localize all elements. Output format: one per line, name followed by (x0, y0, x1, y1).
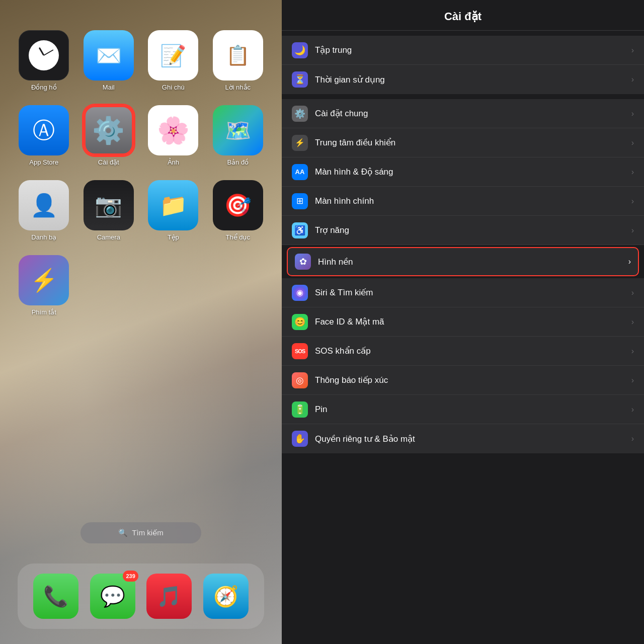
settings-row-wallpaper[interactable]: ✿ Hình nền › (287, 247, 639, 276)
wallpaper-icon: ✿ (295, 254, 311, 270)
app-clock[interactable]: Đồng hồ (14, 30, 74, 91)
settings-row-battery[interactable]: 🔋 Pin › (282, 395, 644, 424)
face-icon: 😊 (294, 316, 305, 328)
focus-chevron: › (631, 46, 634, 55)
privacy-icon: ✋ (292, 431, 308, 447)
dock-messages[interactable]: 💬 239 (90, 574, 135, 619)
faceid-icon: 😊 (292, 314, 308, 330)
app-shortcuts[interactable]: ⚡ Phím tắt (14, 255, 74, 316)
faceid-label: Face ID & Mật mã (315, 316, 624, 327)
settings-group-focus: 🌙 Tập trung › ⏳ Thời gian sử dụng › (282, 36, 644, 94)
app-grid: Đồng hồ ✉️ Mail 📝 Ghi chú 📋 Lời nhắc Ⓐ (0, 20, 282, 326)
settings-row-faceid[interactable]: 😊 Face ID & Mật mã › (282, 307, 644, 337)
sos-icon: SOS (292, 343, 308, 359)
screentime-icon: ⏳ (292, 71, 308, 88)
sos-label: SOS khẩn cấp (315, 346, 624, 356)
settings-row-homescreen[interactable]: ⊞ Màn hình chính › (282, 187, 644, 216)
search-icon: 🔍 (118, 528, 128, 537)
display-chevron: › (631, 168, 634, 177)
dock: 📞 💬 239 🎵 🧭 (18, 564, 264, 629)
app-camera[interactable]: 📷 Camera (79, 180, 139, 241)
battery-chevron: › (631, 405, 634, 414)
app-mail-label: Mail (103, 84, 115, 91)
homescreen-label: Màn hình chính (315, 196, 624, 206)
app-fitness-label: Thể dục (225, 233, 250, 241)
app-appstore[interactable]: Ⓐ App Store (14, 105, 74, 166)
app-files[interactable]: 📁 Tệp (143, 180, 203, 241)
general-label: Cài đặt chung (315, 108, 624, 119)
app-photos[interactable]: 🌸 Ảnh (143, 105, 203, 166)
app-shortcuts-label: Phím tắt (32, 308, 56, 316)
app-camera-label: Camera (97, 233, 120, 241)
search-label: Tìm kiếm (132, 528, 163, 537)
accessibility-chevron: › (631, 226, 634, 235)
app-notes-label: Ghi chú (162, 84, 185, 91)
app-maps-label: Bản đồ (227, 158, 249, 166)
grid-icon: ⊞ (296, 196, 303, 206)
settings-row-general[interactable]: ⚙️ Cài đặt chung › (282, 99, 644, 128)
settings-header-title: Cài đặt (282, 0, 644, 31)
screentime-chevron: › (631, 75, 634, 84)
app-reminders[interactable]: 📋 Lời nhắc (208, 30, 268, 91)
dock-music[interactable]: 🎵 (146, 574, 192, 619)
app-clock-label: Đồng hồ (31, 84, 57, 91)
wallpaper-label: Hình nền (318, 257, 621, 267)
faceid-chevron: › (631, 317, 634, 327)
siri-icon: ◉ (292, 285, 308, 301)
app-contacts-label: Danh bạ (31, 233, 56, 241)
home-screen: Đồng hồ ✉️ Mail 📝 Ghi chú 📋 Lời nhắc Ⓐ (0, 0, 282, 644)
accessibility-icon: ♿ (292, 222, 308, 238)
app-mail[interactable]: ✉️ Mail (79, 30, 139, 91)
homescreen-icon: ⊞ (292, 193, 308, 209)
settings-row-display[interactable]: AA Màn hình & Độ sáng › (282, 157, 644, 187)
app-settings[interactable]: ⚙️ Cài đặt (79, 105, 139, 166)
app-reminders-label: Lời nhắc (225, 84, 251, 91)
settings-panel: Cài đặt 🌙 Tập trung › ⏳ Thời gian sử dụn… (282, 0, 644, 644)
dock-phone[interactable]: 📞 (33, 574, 78, 619)
search-bar[interactable]: 🔍 Tìm kiếm (80, 522, 201, 543)
wallpaper-chevron: › (628, 257, 631, 266)
privacy-label: Quyền riêng tư & Bảo mật (315, 434, 624, 444)
app-appstore-label: App Store (29, 158, 58, 166)
settings-row-siri[interactable]: ◉ Siri & Tìm kiếm › (282, 278, 644, 307)
dock-safari[interactable]: 🧭 (203, 574, 249, 619)
controlcenter-icon: ⚡ (292, 135, 308, 151)
app-fitness[interactable]: 🎯 Thể dục (208, 180, 268, 241)
settings-group-main: ⚙️ Cài đặt chung › ⚡ Trung tâm điều khiể… (282, 99, 644, 453)
battery-icon: 🔋 (292, 401, 308, 418)
focus-label: Tập trung (315, 45, 624, 55)
settings-row-screentime[interactable]: ⏳ Thời gian sử dụng › (282, 65, 644, 94)
settings-row-accessibility[interactable]: ♿ Trợ năng › (282, 216, 644, 245)
settings-row-privacy[interactable]: ✋ Quyền riêng tư & Bảo mật › (282, 424, 644, 453)
settings-list: 🌙 Tập trung › ⏳ Thời gian sử dụng › ⚙️ C… (282, 31, 644, 644)
app-notes[interactable]: 📝 Ghi chú (143, 30, 203, 91)
siri-label: Siri & Tìm kiếm (315, 287, 624, 298)
app-files-label: Tệp (168, 233, 179, 241)
app-settings-label: Cài đặt (98, 158, 119, 166)
controlcenter-chevron: › (631, 138, 634, 147)
privacy-chevron: › (631, 434, 634, 443)
battery-label: Pin (315, 405, 624, 415)
general-icon: ⚙️ (292, 106, 308, 122)
flower-icon: ✿ (299, 256, 307, 267)
hourglass-icon: ⏳ (294, 74, 305, 85)
screentime-label: Thời gian sử dụng (315, 74, 624, 85)
settings-row-contact[interactable]: ◎ Thông báo tiếp xúc › (282, 366, 644, 395)
gear-icon: ⚙️ (294, 108, 305, 119)
controlcenter-label: Trung tâm điều khiển (315, 137, 624, 148)
aa-icon: AA (295, 168, 305, 176)
display-icon: AA (292, 164, 308, 180)
battery-symbol: 🔋 (294, 404, 305, 415)
app-maps[interactable]: 🗺️ Bản đồ (208, 105, 268, 166)
settings-row-focus[interactable]: 🌙 Tập trung › (282, 36, 644, 65)
sos-chevron: › (631, 347, 634, 356)
switch-icon: ⚡ (295, 138, 305, 147)
messages-badge: 239 (123, 571, 138, 582)
display-label: Màn hình & Độ sáng (315, 167, 624, 177)
person-circle-icon: ♿ (294, 225, 305, 236)
app-contacts[interactable]: 👤 Danh bạ (14, 180, 74, 241)
siri-symbol: ◉ (296, 288, 303, 297)
settings-row-sos[interactable]: SOS SOS khẩn cấp › (282, 337, 644, 366)
settings-row-controlcenter[interactable]: ⚡ Trung tâm điều khiển › (282, 128, 644, 157)
homescreen-chevron: › (631, 197, 634, 206)
